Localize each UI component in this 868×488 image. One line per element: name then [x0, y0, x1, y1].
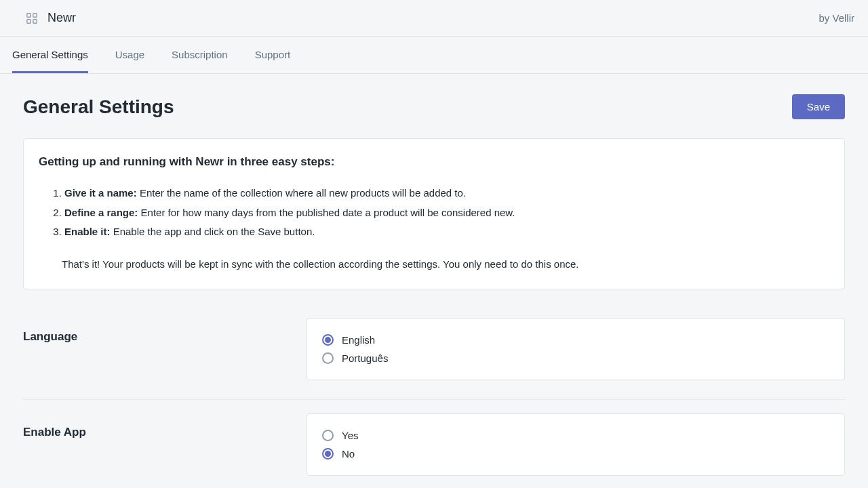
app-byline: by Vellir — [818, 12, 854, 24]
intro-step-1: Give it a name: Enter the name of the co… — [64, 184, 829, 203]
radio-icon — [322, 334, 334, 346]
app-title: Newr — [47, 11, 76, 25]
app-grid-icon — [26, 12, 38, 24]
page-title: General Settings — [23, 96, 174, 118]
intro-steps-list: Give it a name: Enter the name of the co… — [39, 184, 829, 242]
svg-rect-3 — [33, 19, 37, 22]
radio-label: No — [342, 448, 355, 460]
setting-language: Language English Português — [23, 318, 845, 400]
radio-icon — [322, 430, 334, 441]
intro-step-2-text: Enter for how many days from the publish… — [138, 207, 515, 218]
tab-general-settings[interactable]: General Settings — [12, 37, 88, 73]
setting-language-control: English Português — [307, 318, 845, 380]
setting-enable-app: Enable App Yes No — [23, 413, 845, 476]
intro-footer: That's it! Your products will be kept in… — [39, 258, 829, 270]
tab-subscription[interactable]: Subscription — [172, 37, 228, 73]
tabs-bar: General Settings Usage Subscription Supp… — [0, 37, 868, 74]
save-button[interactable]: Save — [792, 94, 845, 119]
radio-icon — [322, 448, 334, 460]
radio-label: Yes — [342, 430, 358, 441]
intro-step-3-text: Enable the app and click on the Save but… — [111, 226, 315, 237]
intro-step-3-label: Enable it: — [64, 226, 111, 237]
tab-usage[interactable]: Usage — [115, 37, 144, 73]
radio-label: English — [342, 334, 375, 346]
intro-card: Getting up and running with Newr in thre… — [23, 138, 845, 289]
svg-rect-2 — [27, 19, 31, 22]
svg-rect-1 — [33, 13, 37, 16]
radio-icon — [322, 352, 334, 364]
setting-enable-app-control: Yes No — [307, 413, 845, 476]
radio-label: Português — [342, 352, 388, 364]
page-header: General Settings Save — [23, 94, 845, 119]
tab-support[interactable]: Support — [255, 37, 291, 73]
setting-language-label: Language — [23, 318, 307, 344]
intro-step-1-label: Give it a name: — [64, 187, 137, 199]
svg-rect-0 — [27, 13, 31, 16]
page-content: General Settings Save Getting up and run… — [0, 74, 868, 488]
setting-enable-app-label: Enable App — [23, 413, 307, 439]
intro-step-2-label: Define a range: — [64, 207, 138, 218]
intro-step-1-text: Enter the name of the collection where a… — [137, 187, 466, 199]
header-left: Newr — [26, 11, 76, 25]
intro-heading: Getting up and running with Newr in thre… — [39, 155, 829, 169]
radio-enable-yes[interactable]: Yes — [322, 426, 829, 445]
intro-step-3: Enable it: Enable the app and click on t… — [64, 222, 829, 242]
radio-enable-no[interactable]: No — [322, 445, 829, 463]
radio-language-portugues[interactable]: Português — [322, 349, 829, 367]
radio-language-english[interactable]: English — [322, 331, 829, 349]
intro-step-2: Define a range: Enter for how many days … — [64, 203, 829, 223]
app-header: Newr by Vellir — [0, 0, 868, 37]
